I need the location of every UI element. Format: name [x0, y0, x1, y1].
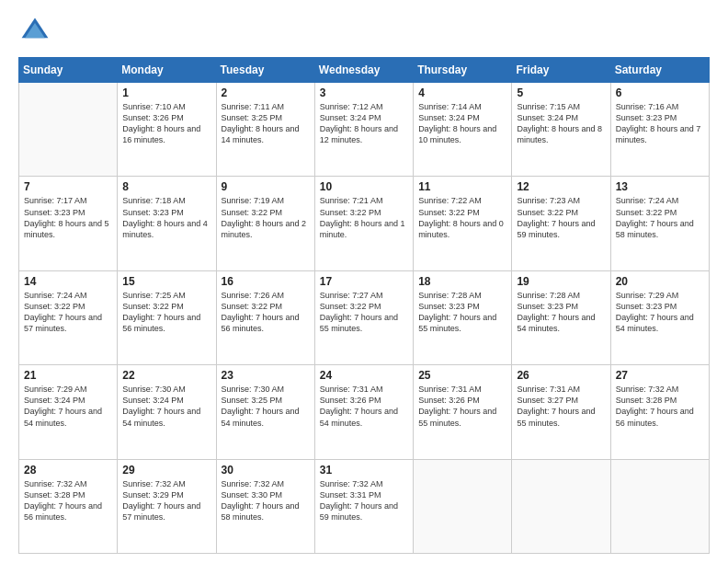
day-number: 15 — [122, 275, 210, 288]
calendar-cell-29: 29Sunrise: 7:32 AMSunset: 3:29 PMDayligh… — [118, 459, 216, 553]
weekday-header-sunday: Sunday — [19, 58, 118, 83]
day-number: 29 — [122, 464, 210, 477]
calendar-cell-23: 23Sunrise: 7:30 AMSunset: 3:25 PMDayligh… — [216, 365, 314, 459]
calendar-week-row: 1Sunrise: 7:10 AMSunset: 3:26 PMDaylight… — [19, 83, 710, 177]
day-number: 13 — [616, 180, 704, 193]
day-number: 18 — [418, 275, 506, 288]
day-number: 6 — [616, 86, 704, 99]
day-number: 21 — [24, 369, 112, 382]
day-number: 5 — [517, 86, 605, 99]
day-info: Sunrise: 7:19 AMSunset: 3:22 PMDaylight:… — [222, 195, 310, 240]
day-info: Sunrise: 7:28 AMSunset: 3:23 PMDaylight:… — [418, 290, 506, 335]
calendar-cell-22: 22Sunrise: 7:30 AMSunset: 3:24 PMDayligh… — [118, 365, 216, 459]
day-info: Sunrise: 7:32 AMSunset: 3:31 PMDaylight:… — [320, 478, 408, 523]
page: SundayMondayTuesdayWednesdayThursdayFrid… — [0, 0, 728, 563]
day-info: Sunrise: 7:16 AMSunset: 3:23 PMDaylight:… — [616, 101, 704, 146]
weekday-header-thursday: Thursday — [414, 58, 512, 83]
calendar-cell-19: 19Sunrise: 7:28 AMSunset: 3:23 PMDayligh… — [512, 270, 610, 364]
day-number: 17 — [320, 275, 408, 288]
calendar-week-row: 21Sunrise: 7:29 AMSunset: 3:24 PMDayligh… — [19, 365, 710, 459]
day-number: 24 — [320, 369, 408, 382]
day-number: 2 — [222, 86, 310, 99]
calendar-cell-1: 1Sunrise: 7:10 AMSunset: 3:26 PMDaylight… — [118, 83, 216, 177]
day-info: Sunrise: 7:21 AMSunset: 3:22 PMDaylight:… — [320, 195, 408, 240]
weekday-header-wednesday: Wednesday — [314, 58, 413, 83]
day-info: Sunrise: 7:15 AMSunset: 3:24 PMDaylight:… — [517, 101, 605, 146]
day-info: Sunrise: 7:25 AMSunset: 3:22 PMDaylight:… — [122, 290, 210, 335]
day-info: Sunrise: 7:31 AMSunset: 3:27 PMDaylight:… — [517, 384, 605, 429]
day-number: 7 — [24, 180, 112, 193]
weekday-header-friday: Friday — [512, 58, 610, 83]
day-info: Sunrise: 7:10 AMSunset: 3:26 PMDaylight:… — [122, 101, 210, 146]
day-number: 26 — [517, 369, 605, 382]
calendar-cell-empty — [610, 459, 709, 553]
calendar-cell-7: 7Sunrise: 7:17 AMSunset: 3:23 PMDaylight… — [19, 177, 118, 270]
day-info: Sunrise: 7:14 AMSunset: 3:24 PMDaylight:… — [418, 101, 506, 146]
day-info: Sunrise: 7:32 AMSunset: 3:29 PMDaylight:… — [122, 478, 210, 523]
calendar-week-row: 14Sunrise: 7:24 AMSunset: 3:22 PMDayligh… — [19, 270, 710, 364]
calendar-cell-30: 30Sunrise: 7:32 AMSunset: 3:30 PMDayligh… — [216, 459, 314, 553]
day-info: Sunrise: 7:29 AMSunset: 3:24 PMDaylight:… — [24, 384, 112, 429]
day-number: 19 — [517, 275, 605, 288]
calendar-cell-9: 9Sunrise: 7:19 AMSunset: 3:22 PMDaylight… — [216, 177, 314, 270]
day-number: 3 — [320, 86, 408, 99]
calendar-table: SundayMondayTuesdayWednesdayThursdayFrid… — [18, 57, 710, 554]
day-number: 22 — [122, 369, 210, 382]
calendar-cell-empty — [512, 459, 610, 553]
calendar-cell-14: 14Sunrise: 7:24 AMSunset: 3:22 PMDayligh… — [19, 270, 118, 364]
calendar-cell-11: 11Sunrise: 7:22 AMSunset: 3:22 PMDayligh… — [414, 177, 512, 270]
day-info: Sunrise: 7:31 AMSunset: 3:26 PMDaylight:… — [418, 384, 506, 429]
calendar-cell-18: 18Sunrise: 7:28 AMSunset: 3:23 PMDayligh… — [414, 270, 512, 364]
calendar-cell-5: 5Sunrise: 7:15 AMSunset: 3:24 PMDaylight… — [512, 83, 610, 177]
day-info: Sunrise: 7:32 AMSunset: 3:28 PMDaylight:… — [24, 478, 112, 523]
day-info: Sunrise: 7:24 AMSunset: 3:22 PMDaylight:… — [616, 195, 704, 240]
day-info: Sunrise: 7:27 AMSunset: 3:22 PMDaylight:… — [320, 290, 408, 335]
day-info: Sunrise: 7:26 AMSunset: 3:22 PMDaylight:… — [222, 290, 310, 335]
day-number: 30 — [222, 464, 310, 477]
day-number: 28 — [24, 464, 112, 477]
weekday-header-tuesday: Tuesday — [216, 58, 314, 83]
logo — [18, 15, 55, 48]
day-number: 12 — [517, 180, 605, 193]
calendar-cell-12: 12Sunrise: 7:23 AMSunset: 3:22 PMDayligh… — [512, 177, 610, 270]
day-number: 9 — [222, 180, 310, 193]
day-info: Sunrise: 7:17 AMSunset: 3:23 PMDaylight:… — [24, 195, 112, 240]
calendar-cell-25: 25Sunrise: 7:31 AMSunset: 3:26 PMDayligh… — [414, 365, 512, 459]
day-info: Sunrise: 7:31 AMSunset: 3:26 PMDaylight:… — [320, 384, 408, 429]
calendar-cell-31: 31Sunrise: 7:32 AMSunset: 3:31 PMDayligh… — [314, 459, 413, 553]
day-number: 1 — [122, 86, 210, 99]
calendar-cell-10: 10Sunrise: 7:21 AMSunset: 3:22 PMDayligh… — [314, 177, 413, 270]
day-info: Sunrise: 7:32 AMSunset: 3:30 PMDaylight:… — [222, 478, 310, 523]
day-number: 16 — [222, 275, 310, 288]
calendar-week-row: 28Sunrise: 7:32 AMSunset: 3:28 PMDayligh… — [19, 459, 710, 553]
calendar-cell-empty — [19, 83, 118, 177]
day-number: 20 — [616, 275, 704, 288]
day-number: 10 — [320, 180, 408, 193]
day-number: 8 — [122, 180, 210, 193]
day-info: Sunrise: 7:23 AMSunset: 3:22 PMDaylight:… — [517, 195, 605, 240]
day-number: 27 — [616, 369, 704, 382]
calendar-cell-17: 17Sunrise: 7:27 AMSunset: 3:22 PMDayligh… — [314, 270, 413, 364]
day-number: 23 — [222, 369, 310, 382]
calendar-cell-empty — [414, 459, 512, 553]
day-info: Sunrise: 7:22 AMSunset: 3:22 PMDaylight:… — [418, 195, 506, 240]
day-info: Sunrise: 7:18 AMSunset: 3:23 PMDaylight:… — [122, 195, 210, 240]
calendar-cell-15: 15Sunrise: 7:25 AMSunset: 3:22 PMDayligh… — [118, 270, 216, 364]
calendar-header-row: SundayMondayTuesdayWednesdayThursdayFrid… — [19, 58, 710, 83]
calendar-cell-27: 27Sunrise: 7:32 AMSunset: 3:28 PMDayligh… — [610, 365, 709, 459]
day-info: Sunrise: 7:12 AMSunset: 3:24 PMDaylight:… — [320, 101, 408, 146]
weekday-header-monday: Monday — [118, 58, 216, 83]
header — [18, 15, 710, 48]
day-info: Sunrise: 7:32 AMSunset: 3:28 PMDaylight:… — [616, 384, 704, 429]
day-info: Sunrise: 7:24 AMSunset: 3:22 PMDaylight:… — [24, 290, 112, 335]
calendar-cell-20: 20Sunrise: 7:29 AMSunset: 3:23 PMDayligh… — [610, 270, 709, 364]
day-info: Sunrise: 7:28 AMSunset: 3:23 PMDaylight:… — [517, 290, 605, 335]
logo-icon — [18, 15, 51, 48]
day-number: 11 — [418, 180, 506, 193]
calendar-cell-24: 24Sunrise: 7:31 AMSunset: 3:26 PMDayligh… — [314, 365, 413, 459]
calendar-cell-4: 4Sunrise: 7:14 AMSunset: 3:24 PMDaylight… — [414, 83, 512, 177]
day-number: 14 — [24, 275, 112, 288]
calendar-cell-6: 6Sunrise: 7:16 AMSunset: 3:23 PMDaylight… — [610, 83, 709, 177]
day-number: 31 — [320, 464, 408, 477]
calendar-cell-3: 3Sunrise: 7:12 AMSunset: 3:24 PMDaylight… — [314, 83, 413, 177]
